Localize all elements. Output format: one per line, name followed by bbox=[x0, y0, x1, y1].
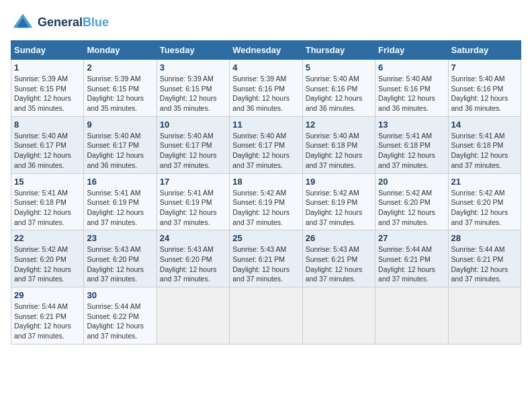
calendar-cell: 4 Sunrise: 5:39 AM Sunset: 6:16 PM Dayli… bbox=[230, 60, 302, 117]
day-number: 16 bbox=[87, 177, 153, 187]
day-detail: Sunrise: 5:42 AM Sunset: 6:19 PM Dayligh… bbox=[306, 188, 372, 228]
day-detail: Sunrise: 5:39 AM Sunset: 6:15 PM Dayligh… bbox=[87, 74, 153, 113]
page-header: GeneralBlue bbox=[11, 11, 521, 35]
calendar-body: 1 Sunrise: 5:39 AM Sunset: 6:15 PM Dayli… bbox=[11, 60, 521, 345]
day-detail: Sunrise: 5:41 AM Sunset: 6:19 PM Dayligh… bbox=[160, 188, 226, 228]
day-number: 3 bbox=[160, 62, 226, 73]
day-number: 4 bbox=[232, 62, 299, 73]
calendar-cell: 24 Sunrise: 5:43 AM Sunset: 6:20 PM Dayl… bbox=[157, 230, 229, 287]
calendar-cell: 28 Sunrise: 5:44 AM Sunset: 6:21 PM Dayl… bbox=[448, 230, 521, 287]
day-detail: Sunrise: 5:40 AM Sunset: 6:16 PM Dayligh… bbox=[378, 74, 445, 113]
calendar-week-5: 29 Sunrise: 5:44 AM Sunset: 6:21 PM Dayl… bbox=[11, 287, 521, 345]
header-monday: Monday bbox=[84, 41, 157, 60]
day-detail: Sunrise: 5:44 AM Sunset: 6:21 PM Dayligh… bbox=[451, 244, 518, 284]
day-detail: Sunrise: 5:41 AM Sunset: 6:18 PM Dayligh… bbox=[378, 131, 445, 171]
day-number: 28 bbox=[451, 233, 518, 243]
day-detail: Sunrise: 5:39 AM Sunset: 6:15 PM Dayligh… bbox=[160, 74, 226, 113]
day-detail: Sunrise: 5:39 AM Sunset: 6:16 PM Dayligh… bbox=[232, 74, 299, 113]
calendar-cell: 8 Sunrise: 5:40 AM Sunset: 6:17 PM Dayli… bbox=[11, 116, 84, 173]
day-detail: Sunrise: 5:41 AM Sunset: 6:18 PM Dayligh… bbox=[14, 188, 81, 228]
day-detail: Sunrise: 5:40 AM Sunset: 6:17 PM Dayligh… bbox=[87, 131, 153, 171]
day-detail: Sunrise: 5:42 AM Sunset: 6:20 PM Dayligh… bbox=[451, 188, 518, 228]
calendar-cell: 11 Sunrise: 5:40 AM Sunset: 6:17 PM Dayl… bbox=[230, 116, 302, 173]
day-number: 29 bbox=[14, 290, 81, 300]
day-detail: Sunrise: 5:40 AM Sunset: 6:17 PM Dayligh… bbox=[160, 131, 226, 171]
day-number: 21 bbox=[451, 177, 518, 187]
day-detail: Sunrise: 5:43 AM Sunset: 6:20 PM Dayligh… bbox=[160, 244, 226, 284]
day-detail: Sunrise: 5:43 AM Sunset: 6:21 PM Dayligh… bbox=[306, 244, 372, 284]
day-detail: Sunrise: 5:42 AM Sunset: 6:20 PM Dayligh… bbox=[378, 188, 445, 228]
header-saturday: Saturday bbox=[448, 41, 521, 60]
logo-text: GeneralBlue bbox=[38, 16, 109, 30]
day-number: 5 bbox=[306, 62, 372, 73]
header-thursday: Thursday bbox=[302, 41, 375, 60]
day-number: 19 bbox=[306, 177, 372, 187]
day-detail: Sunrise: 5:43 AM Sunset: 6:21 PM Dayligh… bbox=[232, 244, 299, 284]
day-detail: Sunrise: 5:44 AM Sunset: 6:22 PM Dayligh… bbox=[87, 302, 153, 341]
day-detail: Sunrise: 5:41 AM Sunset: 6:19 PM Dayligh… bbox=[87, 188, 153, 228]
day-number: 24 bbox=[160, 233, 226, 243]
day-number: 13 bbox=[378, 120, 445, 130]
day-number: 1 bbox=[14, 62, 81, 73]
calendar-cell: 10 Sunrise: 5:40 AM Sunset: 6:17 PM Dayl… bbox=[157, 116, 229, 173]
header-friday: Friday bbox=[375, 41, 448, 60]
calendar-cell: 13 Sunrise: 5:41 AM Sunset: 6:18 PM Dayl… bbox=[375, 116, 448, 173]
calendar-cell: 22 Sunrise: 5:42 AM Sunset: 6:20 PM Dayl… bbox=[11, 230, 84, 287]
day-number: 11 bbox=[232, 120, 299, 130]
calendar-week-1: 1 Sunrise: 5:39 AM Sunset: 6:15 PM Dayli… bbox=[11, 60, 521, 117]
day-detail: Sunrise: 5:40 AM Sunset: 6:16 PM Dayligh… bbox=[306, 74, 372, 113]
calendar-table: SundayMondayTuesdayWednesdayThursdayFrid… bbox=[11, 40, 521, 345]
logo-icon bbox=[11, 11, 35, 35]
day-number: 18 bbox=[232, 177, 299, 187]
calendar-cell: 5 Sunrise: 5:40 AM Sunset: 6:16 PM Dayli… bbox=[302, 60, 375, 117]
day-number: 27 bbox=[378, 233, 445, 243]
calendar-cell: 17 Sunrise: 5:41 AM Sunset: 6:19 PM Dayl… bbox=[157, 173, 229, 230]
day-number: 15 bbox=[14, 177, 81, 187]
day-detail: Sunrise: 5:39 AM Sunset: 6:15 PM Dayligh… bbox=[14, 74, 81, 113]
header-sunday: Sunday bbox=[11, 41, 84, 60]
day-detail: Sunrise: 5:40 AM Sunset: 6:17 PM Dayligh… bbox=[232, 131, 299, 171]
day-detail: Sunrise: 5:40 AM Sunset: 6:17 PM Dayligh… bbox=[14, 131, 81, 171]
calendar-cell: 19 Sunrise: 5:42 AM Sunset: 6:19 PM Dayl… bbox=[302, 173, 375, 230]
day-number: 20 bbox=[378, 177, 445, 187]
calendar-cell bbox=[302, 287, 375, 345]
day-number: 14 bbox=[451, 120, 518, 130]
day-detail: Sunrise: 5:44 AM Sunset: 6:21 PM Dayligh… bbox=[14, 302, 81, 341]
calendar-cell: 2 Sunrise: 5:39 AM Sunset: 6:15 PM Dayli… bbox=[84, 60, 157, 117]
day-number: 26 bbox=[306, 233, 372, 243]
day-detail: Sunrise: 5:42 AM Sunset: 6:20 PM Dayligh… bbox=[14, 244, 81, 284]
calendar-week-2: 8 Sunrise: 5:40 AM Sunset: 6:17 PM Dayli… bbox=[11, 116, 521, 173]
calendar-cell: 21 Sunrise: 5:42 AM Sunset: 6:20 PM Dayl… bbox=[448, 173, 521, 230]
day-number: 6 bbox=[378, 62, 445, 73]
calendar-cell: 14 Sunrise: 5:41 AM Sunset: 6:18 PM Dayl… bbox=[448, 116, 521, 173]
header-tuesday: Tuesday bbox=[157, 41, 229, 60]
day-number: 10 bbox=[160, 120, 226, 130]
day-number: 12 bbox=[306, 120, 372, 130]
calendar-cell bbox=[157, 287, 229, 345]
calendar-cell: 29 Sunrise: 5:44 AM Sunset: 6:21 PM Dayl… bbox=[11, 287, 84, 345]
calendar-cell: 18 Sunrise: 5:42 AM Sunset: 6:19 PM Dayl… bbox=[230, 173, 302, 230]
calendar-cell: 23 Sunrise: 5:43 AM Sunset: 6:20 PM Dayl… bbox=[84, 230, 157, 287]
calendar-cell bbox=[230, 287, 302, 345]
calendar-cell: 3 Sunrise: 5:39 AM Sunset: 6:15 PM Dayli… bbox=[157, 60, 229, 117]
calendar-cell: 27 Sunrise: 5:44 AM Sunset: 6:21 PM Dayl… bbox=[375, 230, 448, 287]
calendar-cell: 25 Sunrise: 5:43 AM Sunset: 6:21 PM Dayl… bbox=[230, 230, 302, 287]
calendar-cell: 9 Sunrise: 5:40 AM Sunset: 6:17 PM Dayli… bbox=[84, 116, 157, 173]
header-wednesday: Wednesday bbox=[230, 41, 302, 60]
calendar-week-3: 15 Sunrise: 5:41 AM Sunset: 6:18 PM Dayl… bbox=[11, 173, 521, 230]
day-detail: Sunrise: 5:40 AM Sunset: 6:18 PM Dayligh… bbox=[306, 131, 372, 171]
day-number: 7 bbox=[451, 62, 518, 73]
calendar-cell: 15 Sunrise: 5:41 AM Sunset: 6:18 PM Dayl… bbox=[11, 173, 84, 230]
calendar-header: SundayMondayTuesdayWednesdayThursdayFrid… bbox=[11, 41, 521, 60]
calendar-cell: 16 Sunrise: 5:41 AM Sunset: 6:19 PM Dayl… bbox=[84, 173, 157, 230]
calendar-cell: 20 Sunrise: 5:42 AM Sunset: 6:20 PM Dayl… bbox=[375, 173, 448, 230]
day-number: 8 bbox=[14, 120, 81, 130]
day-number: 25 bbox=[232, 233, 299, 243]
day-detail: Sunrise: 5:44 AM Sunset: 6:21 PM Dayligh… bbox=[378, 244, 445, 284]
calendar-cell: 1 Sunrise: 5:39 AM Sunset: 6:15 PM Dayli… bbox=[11, 60, 84, 117]
day-detail: Sunrise: 5:41 AM Sunset: 6:18 PM Dayligh… bbox=[451, 131, 518, 171]
day-number: 23 bbox=[87, 233, 153, 243]
logo: GeneralBlue bbox=[11, 11, 109, 35]
calendar-cell bbox=[448, 287, 521, 345]
day-detail: Sunrise: 5:43 AM Sunset: 6:20 PM Dayligh… bbox=[87, 244, 153, 284]
